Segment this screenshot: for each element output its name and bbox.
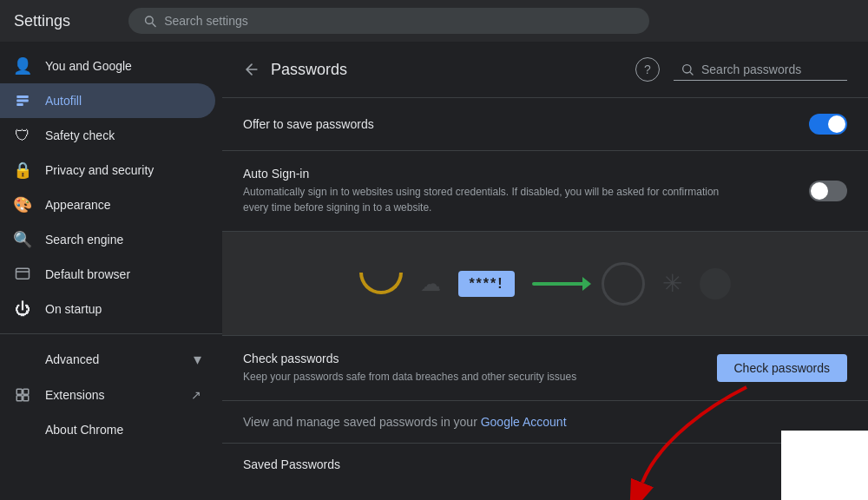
chevron-down-icon: ▾ [194, 350, 201, 369]
circle-illustration [602, 262, 645, 306]
svg-rect-8 [23, 396, 29, 401]
sidebar-item-label: Default browser [45, 267, 130, 281]
search-icon [142, 13, 157, 29]
page-title: Passwords [271, 61, 625, 79]
sidebar-item-label: On startup [45, 302, 102, 316]
saved-passwords-header: Saved Passwords [222, 444, 868, 478]
google-account-text: View and manage saved passwords in your [243, 415, 477, 429]
sidebar-item-search-engine[interactable]: 🔍 Search engine [0, 222, 215, 257]
search-icon [681, 62, 694, 76]
sidebar-item-privacy-security[interactable]: 🔒 Privacy and security [0, 153, 215, 188]
check-passwords-row: Check passwords Keep your passwords safe… [222, 336, 868, 401]
browser-icon [14, 266, 31, 283]
offer-to-save-passwords-row: Offer to save passwords [222, 98, 868, 151]
sidebar-item-appearance[interactable]: 🎨 Appearance [0, 188, 215, 222]
smile-illustration [359, 273, 403, 294]
sidebar-item-label: Privacy and security [45, 163, 154, 177]
svg-rect-3 [16, 268, 30, 279]
search-passwords-input[interactable] [701, 62, 840, 76]
app-title: Settings [14, 12, 118, 30]
small-circle-illustration [700, 268, 731, 299]
sidebar-item-label: Search engine [45, 233, 123, 247]
autofill-icon [14, 92, 31, 109]
palette-icon: 🎨 [14, 196, 31, 214]
svg-point-9 [683, 64, 691, 72]
settings-search-input[interactable] [164, 14, 635, 28]
content-header: Passwords ? [222, 42, 868, 98]
person-icon: 👤 [14, 57, 31, 75]
power-icon: ⏻ [14, 300, 31, 318]
svg-rect-7 [16, 396, 22, 401]
sidebar: 👤 You and Google Autofill 🛡 Safety check… [0, 42, 222, 500]
auto-sign-in-label: Auto Sign-in [243, 167, 809, 181]
topbar: Settings [0, 0, 868, 42]
auto-sign-in-toggle[interactable] [809, 181, 847, 201]
offer-to-save-label: Offer to save passwords [243, 117, 809, 131]
chrome-icon [14, 421, 31, 438]
sidebar-item-default-browser[interactable]: Default browser [0, 257, 215, 292]
arrow-illustration [532, 282, 584, 286]
sidebar-item-label: You and Google [45, 59, 132, 73]
lock-icon: 🔒 [14, 161, 31, 179]
help-button[interactable]: ? [635, 57, 660, 82]
sidebar-item-safety-check[interactable]: 🛡 Safety check [0, 118, 215, 153]
sidebar-item-on-startup[interactable]: ⏻ On startup [0, 292, 215, 326]
check-passwords-button[interactable]: Check passwords [717, 354, 848, 382]
cloud-icon: ☁ [420, 272, 441, 296]
illustration-area: ☁ ****! ✳ [222, 232, 868, 336]
svg-line-10 [690, 72, 693, 75]
main-layout: 👤 You and Google Autofill 🛡 Safety check… [0, 42, 868, 500]
auto-sign-in-desc: Automatically sign in to websites using … [243, 184, 729, 215]
check-passwords-desc: Keep your passwords safe from data breac… [243, 369, 717, 385]
sidebar-item-about-chrome[interactable]: About Chrome [0, 412, 215, 447]
sidebar-item-label: Advanced [45, 352, 99, 366]
svg-rect-0 [16, 95, 29, 98]
google-account-row: View and manage saved passwords in your … [222, 401, 868, 444]
sidebar-item-label: Appearance [45, 198, 111, 212]
sidebar-item-autofill[interactable]: Autofill [0, 83, 215, 118]
svg-rect-2 [16, 103, 23, 106]
external-link-icon: ↗ [191, 388, 201, 402]
svg-rect-1 [16, 100, 29, 102]
asterisk-illustration: ✳ [662, 269, 682, 298]
password-illustration: ****! [458, 271, 514, 297]
search-engine-icon: 🔍 [14, 231, 31, 248]
google-account-link[interactable]: Google Account [481, 415, 567, 429]
back-button[interactable] [243, 61, 260, 78]
sidebar-item-extensions[interactable]: Extensions ↗ [0, 378, 215, 412]
svg-rect-6 [23, 389, 29, 394]
extensions-icon [14, 386, 31, 404]
sidebar-item-label: Extensions [45, 388, 104, 402]
check-passwords-label: Check passwords [243, 352, 717, 365]
settings-search-bar[interactable] [128, 8, 649, 34]
white-box-annotation [781, 431, 868, 500]
sidebar-item-label: About Chrome [45, 423, 123, 437]
advanced-icon [14, 351, 31, 368]
search-passwords-bar[interactable] [674, 59, 847, 81]
svg-rect-5 [16, 389, 22, 394]
sidebar-item-you-google[interactable]: 👤 You and Google [0, 49, 215, 83]
header-actions: ? [635, 57, 847, 82]
sidebar-item-advanced[interactable]: Advanced ▾ [0, 341, 215, 378]
sidebar-item-label: Autofill [45, 94, 82, 108]
offer-to-save-toggle[interactable] [809, 114, 847, 135]
sidebar-item-label: Safety check [45, 128, 115, 142]
sidebar-divider [0, 333, 222, 334]
shield-icon: 🛡 [14, 127, 31, 144]
content-area: Passwords ? Offer to save passwords [222, 42, 868, 500]
auto-sign-in-row: Auto Sign-in Automatically sign in to we… [222, 151, 868, 232]
